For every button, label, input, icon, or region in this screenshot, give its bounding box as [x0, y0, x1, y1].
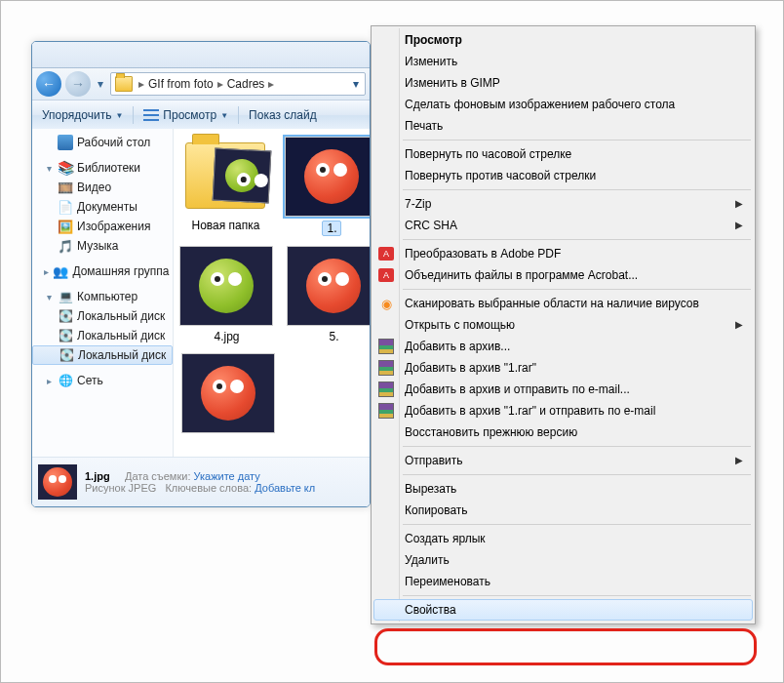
menu-item-acrobat-merge[interactable]: AОбъединить файлы в программе Acrobat...	[373, 264, 753, 286]
details-keywords-value[interactable]: Добавьте кл	[255, 482, 315, 494]
tree-label: Видео	[77, 181, 111, 194]
content-pane[interactable]: Новая папка 1. 4.jpg 5.	[174, 129, 370, 462]
document-icon	[58, 199, 73, 215]
expand-icon[interactable]: ▸	[44, 266, 49, 277]
menu-item-crc[interactable]: CRC SHA▶	[373, 215, 753, 236]
expand-icon[interactable]: ▸	[44, 376, 54, 386]
pdf-icon: A	[378, 246, 394, 261]
details-type: Рисунок JPEG	[85, 482, 156, 494]
item-caption: Новая папка	[179, 219, 271, 232]
nav-history-dropdown[interactable]: ▾	[95, 71, 106, 97]
tree-item-libraries[interactable]: ▾ Библиотеки	[32, 158, 173, 178]
chevron-right-icon[interactable]: ▸	[266, 77, 276, 91]
organize-button[interactable]: Упорядочить ▼	[38, 106, 127, 124]
homegroup-icon	[53, 263, 68, 279]
drive-icon	[58, 328, 73, 343]
menu-item-rotate-ccw[interactable]: Повернуть против часовой стрелки	[373, 165, 753, 186]
view-button[interactable]: Просмотр ▼	[139, 106, 232, 124]
menu-item-properties[interactable]: Свойства	[373, 599, 753, 621]
menu-item-wallpaper[interactable]: Сделать фоновым изображением рабочего ст…	[373, 94, 753, 115]
menu-item-rar-mail[interactable]: Добавить в архив и отправить по e-mail..…	[373, 379, 753, 400]
tree-label: Домашняя группа	[72, 264, 169, 278]
file-item[interactable]: 5.	[287, 246, 370, 343]
folder-item[interactable]: Новая папка	[179, 137, 271, 236]
menu-item-7zip[interactable]: 7-Zip▶	[373, 193, 753, 215]
tree-label: Документы	[77, 200, 137, 214]
file-item[interactable]	[179, 353, 277, 437]
tree-item-drive[interactable]: Локальный диск	[32, 326, 173, 345]
folder-large-icon	[185, 142, 265, 209]
menu-separator	[403, 524, 751, 525]
tree-item-network[interactable]: ▸ Сеть	[32, 371, 173, 390]
collapse-icon[interactable]: ▾	[44, 163, 54, 174]
address-bar-row: ← → ▾ ▸ GIf from foto ▸ Cadres ▸ ▾	[32, 68, 370, 100]
tree-item-homegroup[interactable]: ▸ Домашняя группа	[32, 261, 173, 281]
menu-separator	[403, 446, 751, 447]
menu-item-copy[interactable]: Копировать	[373, 500, 753, 521]
tree-item-desktop[interactable]: Рабочий стол	[32, 133, 173, 152]
tree-label: Компьютер	[77, 290, 137, 303]
tree-item-music[interactable]: Музыка	[32, 236, 173, 256]
title-bar[interactable]	[32, 42, 370, 68]
details-filename: 1.jpg	[85, 470, 110, 482]
menu-separator	[403, 140, 751, 141]
tree-item-drive[interactable]: Локальный диск	[32, 306, 173, 326]
tree-label: Локальный диск	[78, 348, 166, 362]
menu-item-edit-gimp[interactable]: Изменить в GIMP	[373, 72, 753, 94]
tree-item-documents[interactable]: Документы	[32, 197, 173, 217]
menu-item-rename[interactable]: Переименовать	[373, 571, 753, 592]
dropdown-icon[interactable]: ▾	[351, 77, 361, 91]
toolbar-separator	[238, 106, 239, 124]
menu-item-view[interactable]: Просмотр	[373, 29, 753, 51]
pictures-icon	[58, 219, 73, 234]
nav-forward-button[interactable]: →	[65, 71, 91, 97]
winrar-icon	[378, 382, 394, 397]
libraries-icon	[58, 160, 73, 176]
menu-item-shortcut[interactable]: Создать ярлык	[373, 528, 753, 549]
breadcrumb-seg-2[interactable]: Cadres	[227, 77, 265, 91]
menu-item-cut[interactable]: Вырезать	[373, 478, 753, 500]
slideshow-label: Показ слайд	[249, 108, 317, 122]
tree-item-pictures[interactable]: Изображения	[32, 217, 173, 236]
avast-icon: ◉	[378, 296, 394, 311]
chevron-right-icon[interactable]: ▸	[137, 77, 146, 91]
details-pane: 1.jpg Дата съемки: Укажите дату Рисунок …	[32, 457, 370, 506]
winrar-icon	[378, 360, 394, 376]
menu-item-rar-mail-1[interactable]: Добавить в архив "1.rar" и отправить по …	[373, 400, 753, 422]
tree-label: Локальный диск	[77, 329, 165, 342]
menu-item-rar-add-1[interactable]: Добавить в архив "1.rar"	[373, 357, 753, 379]
menu-item-print[interactable]: Печать	[373, 115, 753, 137]
file-item[interactable]: 4.jpg	[179, 246, 273, 343]
tree-item-drive[interactable]: Локальный диск	[32, 345, 173, 365]
tree-item-computer[interactable]: ▾ Компьютер	[32, 287, 173, 306]
file-item-selected[interactable]: 1.	[285, 137, 370, 236]
tree-item-video[interactable]: Видео	[32, 178, 173, 197]
menu-separator	[403, 474, 751, 475]
winrar-icon	[378, 403, 394, 419]
menu-item-send-to[interactable]: Отправить▶	[373, 450, 753, 471]
collapse-icon[interactable]: ▾	[44, 292, 54, 302]
menu-item-adobe-pdf[interactable]: AПреобразовать в Adobe PDF	[373, 243, 753, 264]
menu-item-previous-versions[interactable]: Восстановить прежнюю версию	[373, 422, 753, 443]
tree-label: Сеть	[77, 374, 103, 387]
drive-icon	[58, 308, 73, 324]
slideshow-button[interactable]: Показ слайд	[245, 106, 321, 124]
desktop-icon	[58, 135, 73, 150]
drive-icon	[59, 347, 74, 363]
breadcrumb-seg-1[interactable]: GIf from foto	[148, 77, 214, 91]
breadcrumb[interactable]: ▸ GIf from foto ▸ Cadres ▸ ▾	[110, 72, 366, 96]
chevron-down-icon: ▼	[115, 111, 123, 120]
menu-item-rar-add[interactable]: Добавить в архив...	[373, 336, 753, 357]
menu-item-open-with[interactable]: Открыть с помощью▶	[373, 314, 753, 336]
menu-item-rotate-cw[interactable]: Повернуть по часовой стрелке	[373, 143, 753, 165]
details-date-value[interactable]: Укажите дату	[194, 470, 260, 482]
menu-item-edit[interactable]: Изменить	[373, 51, 753, 72]
chevron-right-icon[interactable]: ▸	[216, 77, 225, 91]
music-icon	[58, 238, 73, 254]
menu-item-avast-scan[interactable]: ◉Сканировать выбранные области на наличи…	[373, 293, 753, 314]
nav-back-button[interactable]: ←	[36, 71, 61, 97]
menu-item-delete[interactable]: Удалить	[373, 549, 753, 571]
item-caption: 5.	[287, 330, 370, 343]
navigation-pane: Рабочий стол ▾ Библиотеки Видео	[32, 129, 174, 462]
computer-icon	[58, 289, 73, 304]
